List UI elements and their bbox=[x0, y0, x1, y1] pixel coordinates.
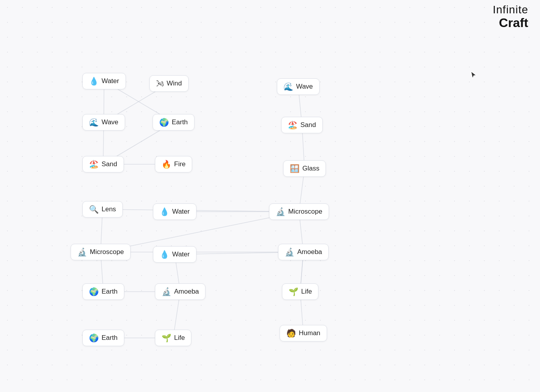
node-emoji-sand1: 🏖️ bbox=[288, 121, 298, 129]
node-label-life2: Life bbox=[174, 334, 185, 342]
node-emoji-sand2: 🏖️ bbox=[89, 160, 99, 168]
node-amoeba2[interactable]: 🔬Amoeba bbox=[155, 283, 205, 300]
connections-layer bbox=[0, 0, 540, 392]
node-label-lens1: Lens bbox=[102, 205, 116, 213]
node-label-glass1: Glass bbox=[302, 165, 319, 172]
node-water2[interactable]: 💧Water bbox=[153, 203, 196, 220]
node-emoji-microscope2: 🔬 bbox=[77, 248, 87, 256]
node-label-earth1: Earth bbox=[172, 118, 188, 126]
node-label-human1: Human bbox=[299, 329, 320, 337]
node-label-microscope1: Microscope bbox=[288, 208, 322, 216]
node-label-amoeba1: Amoeba bbox=[297, 248, 322, 256]
node-label-water2: Water bbox=[172, 208, 190, 216]
node-label-earth3: Earth bbox=[102, 334, 118, 342]
node-label-wind1: Wind bbox=[167, 80, 182, 87]
node-water3[interactable]: 💧Water bbox=[153, 246, 196, 263]
node-lens1[interactable]: 🔍Lens bbox=[82, 201, 123, 218]
node-label-wave1: Wave bbox=[296, 83, 313, 91]
node-human1[interactable]: 🧑Human bbox=[280, 325, 327, 341]
node-emoji-earth3: 🌍 bbox=[89, 334, 99, 342]
node-label-amoeba2: Amoeba bbox=[174, 288, 199, 296]
node-label-water3: Water bbox=[172, 250, 190, 258]
node-emoji-wind1: 🌬 bbox=[156, 80, 164, 87]
node-emoji-human1: 🧑 bbox=[286, 329, 296, 337]
node-emoji-lens1: 🔍 bbox=[89, 205, 99, 213]
node-emoji-microscope1: 🔬 bbox=[276, 208, 285, 216]
node-microscope1[interactable]: 🔬Microscope bbox=[269, 203, 329, 220]
node-emoji-water2: 💧 bbox=[160, 208, 169, 216]
node-label-sand1: Sand bbox=[300, 121, 316, 129]
node-emoji-life2: 🌱 bbox=[162, 334, 171, 342]
node-water1[interactable]: 💧Water bbox=[82, 73, 126, 89]
node-sand1[interactable]: 🏖️Sand bbox=[281, 117, 323, 133]
logo: Infinite Craft bbox=[493, 4, 529, 30]
node-emoji-earth2: 🌍 bbox=[89, 288, 99, 296]
node-label-sand2: Sand bbox=[102, 160, 117, 168]
logo-bottom: Craft bbox=[493, 16, 529, 30]
node-emoji-life1: 🌱 bbox=[289, 288, 298, 296]
node-sand2[interactable]: 🏖️Sand bbox=[82, 156, 124, 172]
node-label-life1: Life bbox=[301, 288, 312, 296]
node-label-microscope2: Microscope bbox=[90, 248, 124, 256]
node-earth1[interactable]: 🌍Earth bbox=[153, 114, 195, 131]
node-earth3[interactable]: 🌍Earth bbox=[82, 330, 124, 346]
node-emoji-fire1: 🔥 bbox=[162, 160, 171, 168]
node-emoji-wave1: 🌊 bbox=[284, 83, 293, 91]
logo-top: Infinite bbox=[493, 4, 529, 16]
node-life1[interactable]: 🌱Life bbox=[282, 283, 318, 300]
node-microscope2[interactable]: 🔬Microscope bbox=[71, 244, 131, 260]
node-fire1[interactable]: 🔥Fire bbox=[155, 156, 192, 172]
node-emoji-water1: 💧 bbox=[89, 77, 99, 85]
node-emoji-wave2: 🌊 bbox=[89, 118, 99, 126]
node-emoji-earth1: 🌍 bbox=[159, 118, 169, 126]
node-label-wave2: Wave bbox=[102, 118, 118, 126]
node-label-fire1: Fire bbox=[174, 160, 185, 168]
node-amoeba1[interactable]: 🔬Amoeba bbox=[278, 244, 329, 260]
node-emoji-amoeba1: 🔬 bbox=[285, 248, 295, 256]
cursor-icon bbox=[471, 71, 477, 80]
node-wind1[interactable]: 🌬Wind bbox=[149, 75, 189, 92]
node-wave1[interactable]: 🌊Wave bbox=[277, 78, 320, 95]
node-emoji-glass1: 🪟 bbox=[290, 165, 300, 172]
node-emoji-water3: 💧 bbox=[160, 250, 169, 258]
node-label-water1: Water bbox=[102, 77, 119, 85]
node-glass1[interactable]: 🪟Glass bbox=[283, 160, 326, 177]
node-life2[interactable]: 🌱Life bbox=[155, 330, 191, 346]
node-wave2[interactable]: 🌊Wave bbox=[82, 114, 125, 131]
node-emoji-amoeba2: 🔬 bbox=[162, 288, 171, 296]
node-label-earth2: Earth bbox=[102, 288, 118, 296]
node-earth2[interactable]: 🌍Earth bbox=[82, 283, 124, 300]
